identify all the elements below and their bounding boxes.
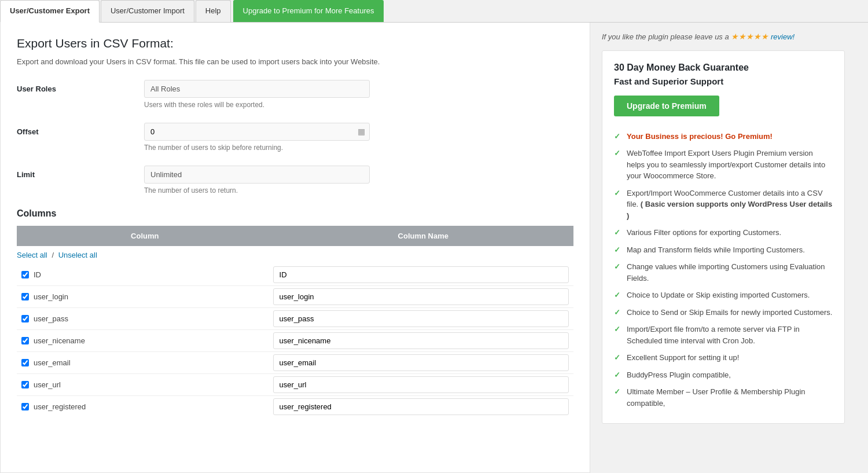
col-name-input[interactable] (273, 354, 569, 371)
col-checkbox[interactable] (21, 271, 29, 278)
calendar-icon: ▦ (358, 127, 365, 136)
user-roles-input[interactable] (144, 80, 370, 98)
col-id-label: user_registered (34, 402, 86, 411)
page-description: Export and download your Users in CSV fo… (17, 57, 573, 66)
separator: / (52, 251, 54, 259)
col-name-input[interactable] (273, 288, 569, 305)
limit-hint: The number of users to return. (144, 186, 573, 195)
col-check-label[interactable]: user_url (17, 377, 273, 393)
tab-help[interactable]: Help (196, 0, 231, 22)
limit-row: Limit The number of users to return. (17, 166, 573, 195)
col-checkbox[interactable] (21, 293, 29, 300)
col-name-input[interactable] (273, 398, 569, 415)
col-id-label: ID (34, 270, 41, 279)
select-links: Select all / Unselect all (17, 251, 573, 259)
user-roles-row: User Roles Users with these roles will b… (17, 80, 573, 109)
col-checkbox[interactable] (21, 315, 29, 322)
columns-section: Columns Column Column Name Select all / … (17, 208, 573, 417)
columns-table-header: Column Column Name (17, 226, 573, 246)
tabs-bar: User/Customer Export User/Customer Impor… (0, 0, 868, 23)
column-rows-container: IDuser_loginuser_passuser_nicenameuser_e… (17, 264, 573, 417)
list-item: Export/Import WooCommerce Customer detai… (614, 185, 833, 225)
col-name-input[interactable] (273, 266, 569, 283)
list-item: BuddyPress Plugin compatible, (614, 366, 833, 384)
list-item: Various Filter options for exporting Cus… (614, 224, 833, 241)
left-panel: Export Users in CSV Format: Export and d… (0, 23, 590, 473)
page-title: Export Users in CSV Format: (17, 36, 573, 50)
col-id-label: user_login (34, 292, 68, 301)
offset-field-wrap: ▦ The number of users to skip before ret… (144, 123, 573, 152)
limit-field-wrap: The number of users to return. (144, 166, 573, 195)
offset-row: Offset ▦ The number of users to skip bef… (17, 123, 573, 152)
select-all-link[interactable]: Select all (17, 251, 47, 259)
col-checkbox[interactable] (21, 403, 29, 410)
columns-table: Column Column Name (17, 226, 573, 246)
column-header-name: Column Name (273, 226, 573, 246)
col-checkbox[interactable] (21, 359, 29, 366)
col-id-label: user_email (34, 358, 71, 367)
review-stars: ★★★★★ (731, 32, 768, 41)
offset-input-wrap: ▦ (144, 123, 370, 141)
col-checkbox[interactable] (21, 337, 29, 344)
col-name-input[interactable] (273, 332, 569, 349)
table-row: user_email (17, 352, 573, 374)
limit-label: Limit (17, 166, 144, 179)
table-row: user_login (17, 286, 573, 308)
col-check-label[interactable]: user_nicename (17, 333, 273, 349)
list-item: Choice to Update or Skip existing import… (614, 287, 833, 304)
main-content: Export Users in CSV Format: Export and d… (0, 23, 868, 473)
review-notice: If you like the plugin please leave us a… (602, 32, 845, 41)
user-roles-field-wrap: Users with these roles will be exported. (144, 80, 573, 109)
table-row: ID (17, 264, 573, 286)
table-row: user_nicename (17, 330, 573, 352)
list-item: Import/Export file from/to a remote serv… (614, 321, 833, 349)
unselect-all-link[interactable]: Unselect all (58, 251, 97, 259)
offset-input[interactable] (144, 123, 370, 141)
list-item: Ultimate Member – User Profile & Members… (614, 383, 833, 412)
user-roles-label: User Roles (17, 80, 144, 93)
col-id-label: user_url (34, 380, 61, 389)
list-item: Change values while importing Customers … (614, 258, 833, 287)
tab-export[interactable]: User/Customer Export (0, 0, 100, 23)
col-name-input[interactable] (273, 310, 569, 327)
col-checkbox[interactable] (21, 381, 29, 388)
col-check-label[interactable]: user_email (17, 355, 273, 371)
col-check-label[interactable]: user_login (17, 289, 273, 305)
list-item: Excellent Support for setting it up! (614, 349, 833, 366)
promo-guarantee: 30 Day Money Back Guarantee (614, 63, 833, 73)
col-id-label: user_nicename (34, 336, 85, 345)
tab-import[interactable]: User/Customer Import (101, 0, 194, 22)
table-row: user_pass (17, 308, 573, 330)
offset-label: Offset (17, 123, 144, 136)
col-name-input[interactable] (273, 376, 569, 393)
col-check-label[interactable]: user_registered (17, 399, 273, 415)
limit-input[interactable] (144, 166, 370, 184)
page-wrapper: User/Customer Export User/Customer Impor… (0, 0, 868, 473)
promo-support: Fast and Superior Support (614, 76, 833, 86)
column-header-col: Column (17, 226, 273, 246)
col-check-label[interactable]: user_pass (17, 311, 273, 327)
tab-upgrade[interactable]: Upgrade to Premium for More Features (233, 0, 384, 22)
list-item: WebToffee Import Export Users Plugin Pre… (614, 145, 833, 185)
right-panel: If you like the plugin please leave us a… (590, 23, 856, 473)
columns-section-title: Columns (17, 208, 573, 219)
list-item: Choice to Send or Skip Emails for newly … (614, 304, 833, 321)
promo-card: 30 Day Money Back Guarantee Fast and Sup… (602, 50, 845, 424)
review-link[interactable]: review! (771, 32, 795, 41)
offset-hint: The number of users to skip before retur… (144, 144, 573, 152)
col-check-label[interactable]: ID (17, 267, 273, 283)
table-row: user_url (17, 374, 573, 396)
user-roles-hint: Users with these roles will be exported. (144, 101, 573, 109)
upgrade-premium-button[interactable]: Upgrade to Premium (614, 96, 719, 116)
list-item: Your Business is precious! Go Premium! (614, 128, 833, 145)
review-notice-text: If you like the plugin please leave us a (602, 32, 729, 41)
table-row: user_registered (17, 396, 573, 417)
col-id-label: user_pass (34, 314, 68, 323)
feature-list: Your Business is precious! Go Premium!We… (614, 128, 833, 412)
list-item: Map and Transform fields while Importing… (614, 241, 833, 259)
